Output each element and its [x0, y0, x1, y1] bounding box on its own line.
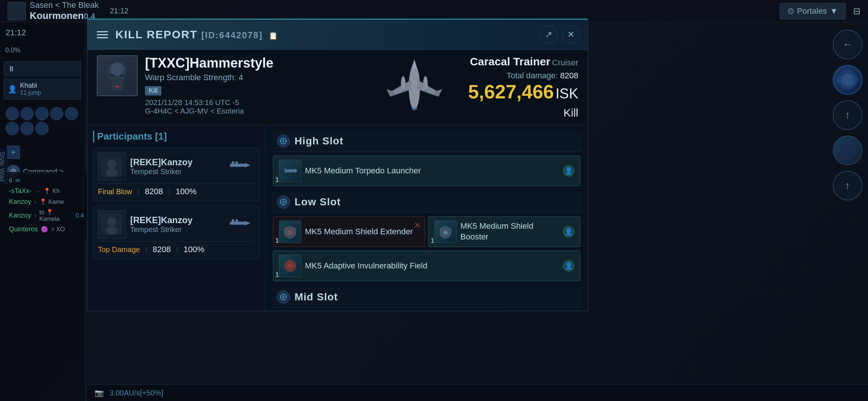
notification-4: Kanzoy › to 📍 Kamela 0.4 — [7, 207, 85, 224]
portales-button[interactable]: ⊙ Portales ▼ — [780, 3, 846, 19]
svg-rect-29 — [232, 219, 234, 222]
khabi-label: Khabi — [20, 82, 41, 89]
notifications-panel: 6 ✉ -sTaXx- → 📍 Kh Kanzoy › 📍 Kame Kanzo… — [4, 172, 89, 238]
participant-ship-1: Tempest Striker — [130, 167, 221, 176]
chevron-down-icon: ▼ — [830, 6, 838, 16]
compass-button[interactable]: ↑ — [833, 171, 862, 200]
modal-actions: ↗ ✕ — [539, 25, 580, 44]
svg-point-37 — [288, 230, 292, 235]
notification-1: 6 ✉ — [7, 176, 85, 186]
secondary-planet — [833, 136, 862, 165]
pause-button[interactable]: ⏸ — [4, 61, 81, 76]
mini-icon-2[interactable] — [20, 107, 34, 120]
module-adaptive-info: MK5 Adaptive Invulnerability Field — [305, 261, 559, 271]
mini-items-row — [4, 105, 81, 137]
kill-report-modal: KILL REPORT [ID:6442078] 📋 ↗ ✕ — [87, 19, 588, 311]
isk-display: 5,627,466 ISK — [468, 81, 578, 103]
planet-display — [833, 65, 862, 95]
module-shield-booster: MK5 Medium Shield Booster 1 👤 — [428, 216, 580, 247]
mini-icon-1[interactable] — [6, 107, 19, 120]
high-slot-name: High Slot — [295, 135, 343, 147]
kill-info-bar: [TXXC]Hammerstyle Warp Scramble Strength… — [88, 50, 588, 125]
mini-icon-5[interactable] — [65, 107, 78, 120]
participant-info-2: [REKE]Kanzoy Tempest Striker — [130, 215, 221, 234]
kill-location: G-4H4C < AJG-MV < Esoteria — [145, 107, 361, 115]
kill-body: Participants [1] [REKE]Kanzoy Tempest St… — [88, 125, 588, 311]
svg-point-13 — [423, 76, 428, 91]
notification-2: -sTaXx- → 📍 Kh — [7, 186, 85, 196]
low-slot-header: Low Slot — [271, 192, 582, 213]
participant-stats-1: Final Blow | 8208 | 100% — [98, 183, 255, 196]
module-adaptive-icon — [279, 255, 301, 277]
svg-point-19 — [106, 168, 118, 177]
participant-avatar-1 — [98, 153, 126, 180]
low-slot-section: Low Slot — [271, 192, 582, 281]
mini-icon-8[interactable] — [35, 122, 49, 135]
svg-point-14 — [411, 107, 417, 110]
svg-point-16 — [424, 89, 427, 91]
mid-slot-name: Mid Slot — [295, 291, 338, 303]
arrow-up-icon: ↑ — [845, 109, 850, 121]
victim-warp: Warp Scramble Strength: 4 — [145, 73, 361, 82]
right-btn-1[interactable]: ← — [833, 30, 862, 59]
participant-name-2: [REKE]Kanzoy — [130, 215, 221, 225]
export-button[interactable]: ↗ — [539, 25, 558, 44]
svg-rect-5 — [115, 86, 119, 87]
copy-icon[interactable]: 📋 — [269, 32, 279, 40]
mini-icon-3[interactable] — [35, 107, 49, 120]
low-slot-icon — [277, 195, 290, 209]
low-slot-name: Low Slot — [295, 196, 341, 208]
notification-3: Kanzoy › 📍 Kame — [7, 196, 85, 207]
kill-date: 2021/11/28 14:53:16 UTC -5 — [145, 98, 361, 107]
module-shield-extender: MK5 Medium Shield Extender 1 ✕ — [273, 216, 425, 247]
module-shield-ext-info: MK5 Medium Shield Extender — [305, 226, 419, 237]
svg-point-26 — [106, 226, 118, 235]
svg-marker-21 — [245, 163, 250, 167]
mini-icon-6[interactable] — [6, 122, 19, 135]
mini-icon-7[interactable] — [20, 122, 34, 135]
svg-point-15 — [402, 89, 405, 91]
modal-title: KILL REPORT [ID:6442078] 📋 — [115, 28, 539, 41]
module-shield-boost-icon — [434, 221, 457, 243]
participant-card-1: [REKE]Kanzoy Tempest Striker — [93, 148, 260, 201]
svg-rect-27 — [230, 222, 245, 225]
module-torpedo-status: 👤 — [563, 165, 574, 176]
equipment-panel: High Slot MK5 Medium — [266, 125, 588, 311]
kill-type-display: Kill — [563, 107, 578, 119]
sidebar-time: 21:12 — [4, 26, 81, 39]
victim-details: [TXXC]Hammerstyle Warp Scramble Strength… — [145, 55, 361, 119]
filter-button[interactable]: ⊟ — [853, 6, 861, 16]
victim-name: [TXXC]Hammerstyle — [145, 55, 361, 71]
menu-button[interactable] — [95, 27, 110, 42]
plus-button[interactable]: + — [4, 143, 81, 162]
left-sidebar: 21:12 0.0% ⏸ 👤 Khabi 11 jump + ⚙ Comman — [0, 22, 85, 401]
svg-point-43 — [288, 264, 292, 268]
export-icon: ↗ — [545, 29, 552, 40]
mid-slot-icon — [277, 290, 290, 304]
svg-point-25 — [107, 217, 116, 226]
kill-stats: Caracal Trainer Cruiser Total damage: 82… — [468, 55, 578, 119]
right-panel: ← ↑ ↑ — [827, 22, 868, 208]
right-btn-2[interactable]: ↑ — [833, 100, 862, 130]
khabi-button[interactable]: 👤 Khabi 11 jump — [4, 78, 81, 100]
active-person-icon-2: 👤 — [565, 262, 573, 270]
svg-marker-7 — [411, 59, 417, 69]
ship-visual — [368, 55, 461, 119]
active-icon: 👤 — [565, 167, 573, 175]
svg-rect-35 — [285, 172, 286, 173]
svg-rect-3 — [110, 75, 115, 76]
svg-point-1 — [111, 63, 124, 76]
portales-icon: ⊙ — [788, 6, 794, 16]
speed-camera-icon: 📷 — [95, 388, 104, 397]
participants-panel: Participants [1] [REKE]Kanzoy Tempest St… — [88, 125, 266, 311]
notification-5: Quinteros 🟣 > XO — [7, 224, 85, 235]
mini-icon-4[interactable] — [50, 107, 63, 120]
kill-badge: Kill — [145, 86, 161, 95]
module-adaptive-invuln: MK5 Adaptive Invulnerability Field 1 👤 — [273, 251, 580, 281]
participant-ship-2: Tempest Striker — [130, 225, 221, 234]
victim-avatar — [97, 55, 138, 96]
svg-point-12 — [401, 76, 405, 91]
high-slot-header: High Slot — [271, 131, 582, 152]
close-button[interactable]: ✕ — [562, 25, 580, 44]
percent-display: 0.0% — [4, 45, 81, 56]
